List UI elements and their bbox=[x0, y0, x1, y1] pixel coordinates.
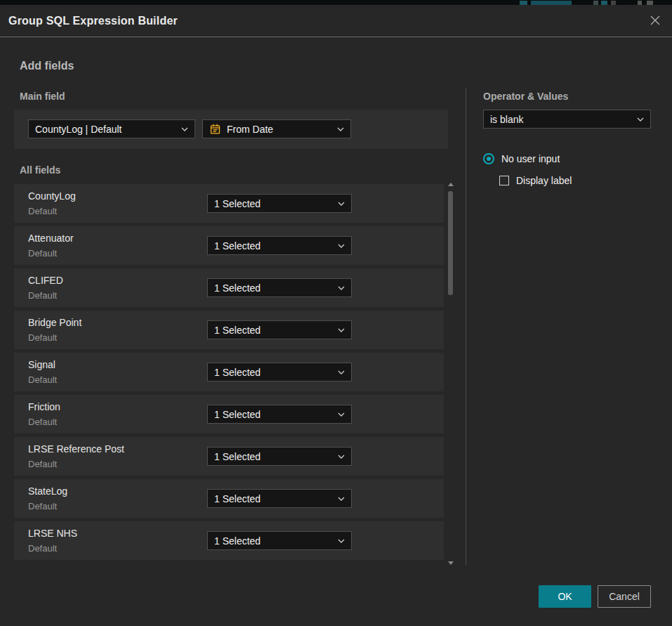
field-name: Attenuator bbox=[28, 233, 74, 244]
field-selected-dropdown[interactable]: 1 Selected bbox=[207, 236, 352, 255]
field-name: Bridge Point bbox=[28, 317, 81, 328]
layer-select-value: CountyLog | Default bbox=[35, 124, 177, 135]
field-row: LRSE NHS Default 1 Selected bbox=[14, 521, 444, 560]
chevron-down-icon bbox=[181, 127, 188, 131]
chevron-down-icon bbox=[338, 202, 345, 206]
field-selected-dropdown[interactable]: 1 Selected bbox=[207, 194, 352, 213]
field-selected-dropdown[interactable]: 1 Selected bbox=[207, 320, 352, 339]
field-name: CountyLog bbox=[28, 190, 76, 202]
field-row: Friction Default 1 Selected bbox=[14, 395, 444, 433]
display-label-checkbox[interactable] bbox=[499, 176, 509, 185]
field-selected-value: 1 Selected bbox=[214, 198, 334, 209]
chevron-down-icon bbox=[338, 412, 345, 417]
main-field-heading: Main field bbox=[20, 91, 65, 102]
field-row: Bridge Point Default 1 Selected bbox=[14, 311, 444, 349]
panel-divider bbox=[466, 89, 466, 565]
field-selected-dropdown[interactable]: 1 Selected bbox=[207, 531, 352, 550]
field-selected-value: 1 Selected bbox=[214, 367, 334, 378]
field-row: Attenuator Default 1 Selected bbox=[14, 226, 444, 265]
no-user-input-option[interactable]: No user input bbox=[483, 153, 560, 164]
group-sql-expression-builder-dialog: Group SQL Expression Builder Add fields … bbox=[0, 5, 672, 626]
field-selected-dropdown[interactable]: 1 Selected bbox=[207, 405, 352, 424]
operator-select-dropdown[interactable]: is blank bbox=[483, 110, 651, 129]
field-subtitle: Default bbox=[28, 332, 57, 343]
add-fields-heading: Add fields bbox=[20, 60, 74, 72]
chevron-down-icon bbox=[338, 286, 345, 290]
operator-select-value: is blank bbox=[490, 114, 633, 125]
field-selected-value: 1 Selected bbox=[214, 451, 334, 462]
field-selected-dropdown[interactable]: 1 Selected bbox=[207, 447, 352, 466]
field-selected-dropdown[interactable]: 1 Selected bbox=[207, 278, 352, 297]
field-subtitle: Default bbox=[28, 417, 57, 427]
chevron-down-icon bbox=[338, 539, 345, 543]
no-user-input-label: No user input bbox=[501, 153, 560, 164]
chevron-down-icon bbox=[338, 244, 345, 248]
operator-values-heading: Operator & Values bbox=[483, 91, 568, 102]
main-field-select-dropdown[interactable]: From Date bbox=[202, 119, 351, 138]
main-field-panel: CountyLog | Default From Date bbox=[14, 110, 448, 149]
no-user-input-radio[interactable] bbox=[483, 153, 494, 164]
field-subtitle: Default bbox=[28, 290, 57, 301]
all-fields-list: CountyLog Default 1 Selected Attenuator … bbox=[14, 184, 444, 563]
close-icon bbox=[650, 15, 661, 26]
field-selected-dropdown[interactable]: 1 Selected bbox=[207, 489, 352, 508]
field-row: StateLog Default 1 Selected bbox=[14, 479, 444, 518]
field-selected-dropdown[interactable]: 1 Selected bbox=[207, 363, 352, 382]
field-subtitle: Default bbox=[28, 248, 57, 259]
field-name: CLIFED bbox=[28, 275, 63, 286]
field-selected-value: 1 Selected bbox=[214, 535, 334, 547]
chevron-down-icon bbox=[337, 127, 344, 131]
dialog-title: Group SQL Expression Builder bbox=[8, 15, 178, 27]
fields-list-scrollbar[interactable] bbox=[447, 180, 455, 568]
field-name: LRSE Reference Post bbox=[28, 443, 124, 455]
field-selected-value: 1 Selected bbox=[214, 240, 334, 252]
ok-button[interactable]: OK bbox=[539, 585, 591, 608]
chevron-down-icon bbox=[338, 370, 345, 374]
background-app-strip bbox=[0, 0, 672, 5]
layer-select-dropdown[interactable]: CountyLog | Default bbox=[28, 119, 195, 138]
field-subtitle: Default bbox=[28, 501, 57, 511]
field-selected-value: 1 Selected bbox=[214, 409, 334, 420]
all-fields-heading: All fields bbox=[20, 164, 60, 176]
field-name: Friction bbox=[28, 401, 60, 412]
field-name: Signal bbox=[28, 359, 55, 370]
main-field-select-value: From Date bbox=[227, 124, 333, 135]
cancel-button[interactable]: Cancel bbox=[598, 585, 651, 608]
calendar-date-icon bbox=[209, 123, 221, 135]
field-row: CountyLog Default 1 Selected bbox=[14, 184, 444, 223]
field-selected-value: 1 Selected bbox=[214, 493, 334, 504]
field-selected-value: 1 Selected bbox=[214, 282, 334, 294]
chevron-down-icon bbox=[637, 117, 644, 122]
field-selected-value: 1 Selected bbox=[214, 325, 334, 336]
field-row: CLIFED Default 1 Selected bbox=[14, 268, 444, 307]
field-subtitle: Default bbox=[28, 459, 57, 469]
field-name: StateLog bbox=[28, 485, 67, 497]
field-row: LRSE Reference Post Default 1 Selected bbox=[14, 437, 444, 476]
dialog-header: Group SQL Expression Builder bbox=[0, 5, 672, 37]
scrollbar-thumb[interactable] bbox=[448, 191, 453, 295]
close-button[interactable] bbox=[648, 13, 662, 27]
field-row: Signal Default 1 Selected bbox=[14, 353, 444, 391]
chevron-down-icon bbox=[338, 455, 345, 459]
scrollbar-down-arrow[interactable] bbox=[448, 561, 454, 565]
display-label-option[interactable]: Display label bbox=[499, 175, 572, 186]
chevron-down-icon bbox=[338, 497, 345, 501]
field-name: LRSE NHS bbox=[28, 528, 77, 539]
field-subtitle: Default bbox=[28, 543, 57, 554]
scrollbar-up-arrow[interactable] bbox=[448, 183, 454, 186]
display-label-text: Display label bbox=[516, 175, 572, 186]
field-subtitle: Default bbox=[28, 206, 57, 216]
chevron-down-icon bbox=[338, 328, 345, 332]
field-subtitle: Default bbox=[28, 374, 57, 385]
